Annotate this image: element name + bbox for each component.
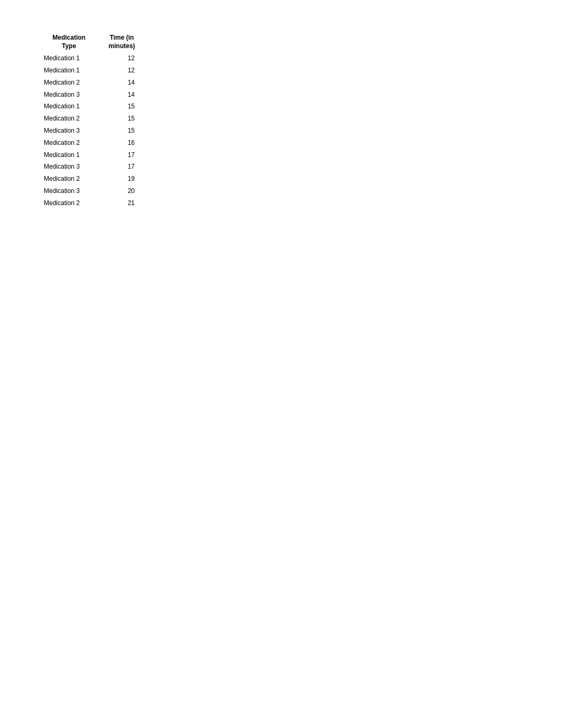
medication-type-cell: Medication 3	[40, 185, 98, 197]
medication-type-cell: Medication 2	[40, 173, 98, 185]
time-cell: 17	[98, 149, 145, 161]
time-cell: 15	[98, 113, 145, 125]
medication-type-cell: Medication 2	[40, 197, 98, 209]
table-header-row: MedicationType Time (inminutes)	[40, 32, 145, 52]
table-row: Medication 221	[40, 197, 145, 209]
medication-table: MedicationType Time (inminutes) Medicati…	[40, 32, 145, 209]
medication-type-cell: Medication 1	[40, 52, 98, 64]
table-row: Medication 112	[40, 64, 145, 77]
medication-type-cell: Medication 3	[40, 125, 98, 137]
medication-type-cell: Medication 1	[40, 149, 98, 161]
table-row: Medication 112	[40, 52, 145, 64]
time-cell: 19	[98, 173, 145, 185]
table-row: Medication 215	[40, 113, 145, 125]
column-header-time: Time (inminutes)	[98, 32, 145, 52]
table-row: Medication 219	[40, 173, 145, 185]
column-header-medication-type: MedicationType	[40, 32, 98, 52]
medication-type-cell: Medication 1	[40, 100, 98, 113]
medication-type-cell: Medication 2	[40, 77, 98, 89]
table-row: Medication 214	[40, 77, 145, 89]
time-cell: 16	[98, 137, 145, 149]
time-cell: 21	[98, 197, 145, 209]
table-row: Medication 315	[40, 125, 145, 137]
table-row: Medication 320	[40, 185, 145, 197]
table-row: Medication 216	[40, 137, 145, 149]
time-cell: 20	[98, 185, 145, 197]
medication-type-cell: Medication 3	[40, 89, 98, 101]
medication-type-cell: Medication 2	[40, 113, 98, 125]
time-cell: 12	[98, 64, 145, 77]
time-cell: 14	[98, 77, 145, 89]
medication-type-cell: Medication 1	[40, 64, 98, 77]
medication-type-cell: Medication 3	[40, 161, 98, 173]
time-cell: 12	[98, 52, 145, 64]
time-cell: 17	[98, 161, 145, 173]
time-cell: 14	[98, 89, 145, 101]
table-row: Medication 115	[40, 100, 145, 113]
medication-type-cell: Medication 2	[40, 137, 98, 149]
table-row: Medication 117	[40, 149, 145, 161]
table-row: Medication 314	[40, 89, 145, 101]
time-cell: 15	[98, 125, 145, 137]
time-cell: 15	[98, 100, 145, 113]
table-row: Medication 317	[40, 161, 145, 173]
table-container: MedicationType Time (inminutes) Medicati…	[0, 0, 561, 209]
